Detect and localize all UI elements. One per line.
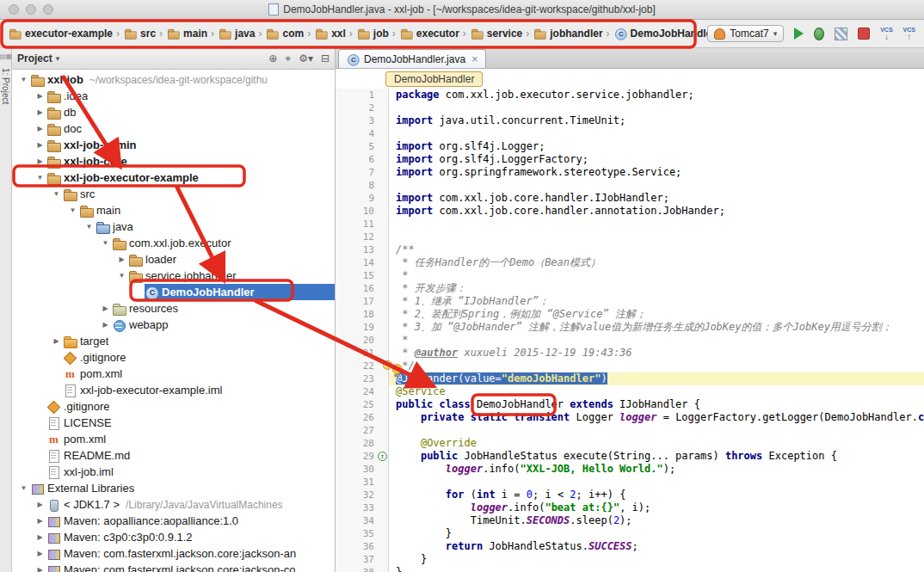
intention-bulb-icon[interactable] xyxy=(383,360,392,370)
tree-expand-icon[interactable]: ▼ xyxy=(66,206,79,214)
tree-expand-icon[interactable]: ▶ xyxy=(34,550,46,557)
zoom-window-button[interactable] xyxy=(43,4,53,15)
run-config-selector[interactable]: Tomcat7 ▾ xyxy=(707,25,784,42)
breadcrumb-item-label: com xyxy=(282,28,304,40)
tree-item-maven-com-fasterxml-jackson-core-jackson-co[interactable]: ▶Maven: com.fasterxml.jackson.core:jacks… xyxy=(12,562,335,572)
filter-icon[interactable]: ⊕ xyxy=(268,52,277,65)
tree-item-xxl-job-iml[interactable]: xxl-job.iml xyxy=(12,464,335,480)
tree-item-service-jobhandler[interactable]: ▼service.jobhandler xyxy=(12,268,335,284)
tree-item-xxl-job-admin[interactable]: ▶xxl-job-admin xyxy=(12,137,335,153)
tree-item-idea[interactable]: ▶.idea xyxy=(12,88,335,104)
tree-expand-icon[interactable]: ▼ xyxy=(17,484,30,492)
tree-expand-icon[interactable]: ▼ xyxy=(99,239,112,247)
tree-expand-icon[interactable]: ▶ xyxy=(34,108,46,116)
tree-expand-icon[interactable]: ▼ xyxy=(83,223,95,231)
tree-expand-icon[interactable]: ▼ xyxy=(115,272,128,280)
override-method-icon[interactable]: ↑ xyxy=(378,452,387,461)
tree-item-body: pom.xml xyxy=(63,366,335,382)
tree-item-gitignore[interactable]: .gitignore xyxy=(12,349,335,366)
tree-item-readme-md[interactable]: README.md xyxy=(12,447,335,464)
code-line-text: logger.info("beat at:{}", i); xyxy=(389,501,924,514)
toolwindow-icons[interactable]: ▤▦ xyxy=(0,52,12,61)
tree-expand-icon[interactable]: ▼ xyxy=(17,76,30,83)
tree-expand-icon[interactable]: ▼ xyxy=(50,190,63,198)
project-stripe-button[interactable]: 1: Project xyxy=(1,68,10,104)
close-tab-icon[interactable]: × xyxy=(471,55,478,64)
tree-item-db[interactable]: ▶db xyxy=(12,104,335,120)
run-button[interactable] xyxy=(794,28,804,40)
tree-item-src[interactable]: ▼src xyxy=(12,186,335,202)
tree-item-gitignore[interactable]: .gitignore xyxy=(12,398,335,415)
breadcrumb-item-executor-example[interactable]: executor-example xyxy=(5,25,115,42)
tree-expand-icon[interactable]: ▶ xyxy=(115,255,128,263)
tree-item-com-xxl-job-executor[interactable]: ▼com.xxl.job.executor xyxy=(12,235,335,251)
vcs-update-button[interactable]: VCS ↓ xyxy=(880,27,892,40)
stop-button[interactable] xyxy=(858,28,870,40)
tree-item-doc[interactable]: ▶doc xyxy=(12,120,335,137)
chevron-down-icon: ▾ xyxy=(56,54,60,63)
vcs-push-button[interactable]: VCS ↑ xyxy=(903,27,915,40)
settings-gear-icon[interactable]: ⚙▾ xyxy=(299,52,313,65)
breadcrumb-item-java[interactable]: java xyxy=(215,25,257,42)
tree-expand-icon[interactable]: ▶ xyxy=(34,517,46,525)
breadcrumb-item-main[interactable]: main xyxy=(163,25,210,42)
tree-item-main[interactable]: ▼main xyxy=(12,202,335,218)
tree-item-maven-aopalliance-aopalliance-1-0[interactable]: ▶Maven: aopalliance:aopalliance:1.0 xyxy=(12,513,335,529)
tree-item-java[interactable]: ▼java xyxy=(12,218,335,235)
tree-item-external-libraries[interactable]: ▼External Libraries xyxy=(12,480,335,496)
tree-item-maven-c3p0-c3p0-0-9-1-2[interactable]: ▶Maven: c3p0:c3p0:0.9.1.2 xyxy=(12,529,335,545)
breadcrumb-item-src[interactable]: src xyxy=(120,25,158,42)
tree-item-pom-xml[interactable]: pom.xml xyxy=(12,366,335,382)
tree-item-jdk1-7[interactable]: ▶< JDK1.7 >/Library/Java/JavaVirtualMach… xyxy=(12,496,335,513)
tree-item-resources[interactable]: ▶resources xyxy=(12,300,335,317)
breadcrumb-item-xxl[interactable]: xxl xyxy=(311,25,348,42)
tree-expand-icon[interactable]: ▶ xyxy=(34,533,46,541)
breadcrumb-item-executor[interactable]: executor xyxy=(397,25,462,42)
toolwindow-structure-icon[interactable]: ▦ xyxy=(6,52,13,60)
tree-item-xxl-job-core[interactable]: ▶xxl-job-core xyxy=(12,153,335,169)
tree-expand-icon[interactable]: ▶ xyxy=(99,321,112,329)
tree-item-xxl-job-executor-example-iml[interactable]: xxl-job-executor-example.iml xyxy=(12,382,335,398)
breadcrumb-item-com[interactable]: com xyxy=(262,25,306,42)
breadcrumb-item-demojobhandler[interactable]: DemoJobHandler xyxy=(611,25,708,42)
line-number: 37 xyxy=(336,553,389,566)
tree-item-demojobhandler[interactable]: DemoJobHandler xyxy=(12,284,335,300)
tree-expand-icon[interactable]: ▶ xyxy=(99,304,112,312)
breadcrumb-item-job[interactable]: job xyxy=(354,25,391,42)
tree-item-xxl-job-executor-example[interactable]: ▼xxl-job-executor-example xyxy=(12,169,335,186)
minimize-window-button[interactable] xyxy=(26,4,36,15)
tree-item-xxl-job[interactable]: ▼xxl-job~/workspaces/idea-git-workspace/… xyxy=(12,71,335,88)
tree-item-body: doc xyxy=(46,120,335,137)
tree-item-target[interactable]: ▶target xyxy=(12,333,335,349)
code-line-text: * 1、继承 “IJobHandler”； xyxy=(389,295,924,308)
tree-expand-icon[interactable]: ▶ xyxy=(50,337,63,345)
tree-item-license[interactable]: LICENSE xyxy=(12,415,335,431)
tree-expand-icon[interactable]: ▼ xyxy=(34,174,46,181)
tree-expand-icon[interactable]: ▶ xyxy=(34,501,46,508)
close-window-button[interactable] xyxy=(9,4,19,15)
tree-item-loader[interactable]: ▶loader xyxy=(12,251,335,268)
tree-expand-icon[interactable]: ▶ xyxy=(34,92,46,100)
tree-expand-icon[interactable]: ▶ xyxy=(34,141,46,149)
tree-expand-icon[interactable]: ▶ xyxy=(34,566,46,572)
coverage-button[interactable] xyxy=(835,28,847,40)
code-line-text: } xyxy=(389,527,924,540)
tab-demojobhandler[interactable]: DemoJobHandler.java × xyxy=(338,49,486,68)
project-tree[interactable]: ▼xxl-job~/workspaces/idea-git-workspace/… xyxy=(12,70,335,572)
code-line: 27 xyxy=(336,424,924,437)
project-view-selector[interactable]: Project ▾ xyxy=(17,52,59,65)
tree-expand-icon[interactable]: ▶ xyxy=(34,125,46,132)
breadcrumb-item-jobhandler[interactable]: jobhandler xyxy=(530,25,605,42)
editor-breadcrumb-chip[interactable]: DemoJobHandler xyxy=(385,71,483,87)
tree-item-webapp[interactable]: ▶webapp xyxy=(12,317,335,333)
debug-button[interactable] xyxy=(814,28,824,40)
breadcrumb-item-service[interactable]: service xyxy=(467,25,525,42)
line-number: 35 xyxy=(336,527,389,540)
tree-expand-icon[interactable]: ▶ xyxy=(34,157,46,165)
code-area[interactable]: 1package com.xxl.job.executor.service.jo… xyxy=(336,89,924,572)
tree-item-pom-xml[interactable]: pom.xml xyxy=(12,431,335,447)
tree-item-maven-com-fasterxml-jackson-core-jackson-an[interactable]: ▶Maven: com.fasterxml.jackson.core:jacks… xyxy=(12,545,335,562)
code-line: 22 */ xyxy=(336,360,924,372)
scroll-from-source-icon[interactable]: ⌖ xyxy=(285,52,291,65)
collapse-all-icon[interactable]: ⊟ xyxy=(321,52,330,65)
